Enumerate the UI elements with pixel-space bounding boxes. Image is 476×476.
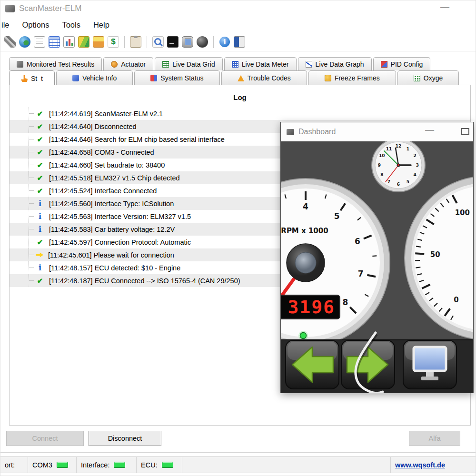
tab-pid-config[interactable]: PID Config bbox=[373, 57, 431, 70]
log-text: [11:42:45.518] ELM327 v1.5 Chip detected bbox=[49, 174, 180, 182]
tree-connector-icon bbox=[29, 107, 35, 120]
tree-connector-icon bbox=[29, 171, 35, 184]
graph-icon bbox=[306, 61, 312, 68]
menu-tools[interactable]: Tools bbox=[62, 20, 80, 30]
dashboard-titlebar[interactable]: Dashboard — bbox=[281, 122, 473, 142]
disconnect-button[interactable]: Disconnect bbox=[89, 431, 161, 446]
search-icon[interactable] bbox=[152, 36, 164, 48]
tab-vehicle-info[interactable]: Vehicle Info bbox=[56, 70, 133, 85]
log-text: [11:42:44.646] Search for ELM chip based… bbox=[49, 136, 225, 143]
log-text: [11:42:45.597] Connection Protocol: Auto… bbox=[49, 238, 191, 246]
tab-actuator[interactable]: Actuator bbox=[103, 57, 153, 70]
tab-live-data-meter[interactable]: Live Data Meter bbox=[224, 57, 297, 70]
svg-text:5: 5 bbox=[407, 179, 409, 184]
chip-icon bbox=[17, 61, 23, 68]
dashboard-minimize-button[interactable]: — bbox=[425, 124, 434, 135]
dashboard-display-button[interactable] bbox=[403, 340, 456, 389]
tree-connector-icon bbox=[29, 223, 35, 236]
menu-help[interactable]: Help bbox=[93, 20, 109, 30]
device-icon[interactable] bbox=[182, 36, 193, 48]
connector-icon[interactable] bbox=[4, 36, 16, 48]
chart-icon[interactable] bbox=[63, 36, 75, 48]
tree-connector-icon bbox=[29, 197, 35, 210]
log-title: Log bbox=[10, 85, 470, 101]
alfa-button[interactable]: Alfa bbox=[409, 431, 460, 446]
port-label: ort: bbox=[5, 461, 15, 469]
menubar: ileOptionsToolsHelp bbox=[0, 18, 476, 32]
interface-label: Interface: bbox=[81, 461, 109, 469]
dashboard-window: Dashboard — 050100 bbox=[280, 122, 474, 393]
tab-trouble-codes[interactable]: Trouble Codes bbox=[221, 70, 307, 85]
terminal-icon[interactable] bbox=[167, 36, 178, 48]
map-icon[interactable] bbox=[78, 36, 89, 48]
tab-label: Oxyge bbox=[424, 74, 443, 82]
actuator-icon bbox=[111, 61, 118, 68]
warning-icon bbox=[238, 75, 244, 81]
tab-label: St t bbox=[31, 75, 43, 82]
tab-st-t[interactable]: St t bbox=[9, 70, 55, 85]
tab-live-data-graph[interactable]: Live Data Graph bbox=[298, 57, 372, 70]
info-icon[interactable] bbox=[219, 36, 230, 48]
exit-icon[interactable] bbox=[234, 36, 245, 48]
tab-label: System Status bbox=[160, 74, 203, 82]
minimize-button[interactable]: — bbox=[440, 1, 449, 12]
ecu-label: ECU: bbox=[141, 461, 158, 469]
pid-icon bbox=[381, 61, 387, 68]
tab-oxyge[interactable]: Oxyge bbox=[397, 70, 459, 85]
website-link[interactable]: www.wqsoft.de bbox=[395, 461, 445, 469]
tree-connector-icon bbox=[29, 236, 35, 248]
picture-icon[interactable] bbox=[93, 36, 104, 48]
status-icon bbox=[150, 75, 157, 81]
info-icon: i bbox=[36, 225, 44, 234]
tab-monitored-test-results[interactable]: Monitored Test Results bbox=[9, 57, 102, 70]
tree-connector-icon bbox=[29, 146, 35, 159]
tab-label: Freeze Frames bbox=[335, 74, 380, 82]
log-row[interactable]: ✔[11:42:44.619] ScanMaster-ELM v2.1 bbox=[10, 107, 470, 120]
clipboard-icon[interactable] bbox=[130, 36, 141, 48]
connect-button[interactable]: Connect bbox=[6, 431, 84, 446]
sphere-icon[interactable] bbox=[197, 36, 208, 48]
dashboard-chip-icon bbox=[287, 129, 294, 135]
tab-label: Vehicle Info bbox=[82, 74, 117, 82]
log-text: [11:42:44.640] Disconnected bbox=[49, 123, 137, 130]
log-text: [11:42:48.157] ECU detected: $10 - Engin… bbox=[49, 264, 180, 272]
svg-text:7: 7 bbox=[387, 179, 390, 184]
digital-readout: 3196 bbox=[281, 295, 340, 319]
svg-text:6: 6 bbox=[397, 182, 400, 187]
tab-freeze-frames[interactable]: Freeze Frames bbox=[308, 70, 396, 85]
log-text: [11:42:45.563] Interface Version: ELM327… bbox=[49, 213, 191, 220]
tree-connector-icon bbox=[29, 210, 35, 223]
dollar-icon[interactable] bbox=[108, 36, 119, 48]
datagrid-icon[interactable] bbox=[49, 36, 60, 48]
svg-text:3: 3 bbox=[416, 163, 419, 168]
svg-text:10: 10 bbox=[379, 153, 385, 158]
svg-text:4: 4 bbox=[303, 202, 308, 211]
svg-text:9: 9 bbox=[378, 163, 381, 168]
dashboard-prev-button[interactable] bbox=[286, 340, 339, 389]
globe-icon[interactable] bbox=[19, 36, 30, 48]
tab-live-data-grid[interactable]: Live Data Grid bbox=[155, 57, 222, 70]
monitor-icon bbox=[414, 347, 446, 371]
svg-text:6: 6 bbox=[355, 237, 360, 246]
menu-ile[interactable]: ile bbox=[1, 20, 10, 30]
app-chip-icon bbox=[5, 5, 15, 12]
titlebar[interactable]: ScanMaster-ELM — bbox=[0, 0, 476, 17]
tab-system-status[interactable]: System Status bbox=[134, 70, 219, 85]
dashboard-title: Dashboard bbox=[298, 128, 336, 136]
check-icon: ✔ bbox=[36, 174, 44, 182]
document-icon[interactable] bbox=[34, 36, 45, 48]
tree-connector-icon bbox=[29, 120, 35, 133]
toolbar bbox=[0, 33, 476, 51]
toolbar-separator bbox=[124, 36, 125, 48]
grid-green-icon bbox=[162, 61, 169, 68]
menu-options[interactable]: Options bbox=[22, 20, 50, 30]
check-icon: ✔ bbox=[36, 109, 44, 118]
dashboard-maximize-button[interactable] bbox=[461, 128, 469, 135]
scanmaster-window: ScanMaster-ELM — ileOptionsToolsHelp Mon… bbox=[0, 0, 476, 476]
tab-label: Live Data Meter bbox=[242, 60, 289, 68]
port-status-led bbox=[57, 462, 68, 468]
grid-blue-icon bbox=[232, 61, 238, 68]
statusbar-ecu-segment: ECU: bbox=[137, 457, 182, 473]
log-text: [11:42:44.658] COM3 - Connected bbox=[49, 149, 154, 156]
check-icon: ✔ bbox=[36, 187, 44, 195]
